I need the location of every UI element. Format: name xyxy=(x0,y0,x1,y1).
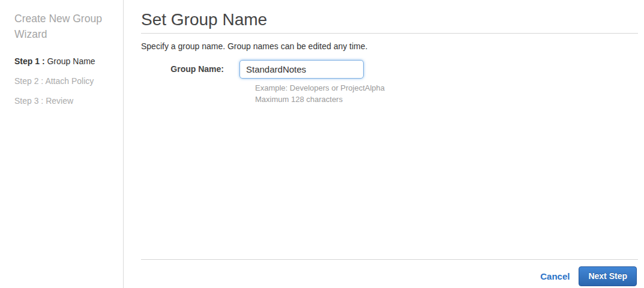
heading-divider xyxy=(141,33,638,34)
hint-example: Example: Developers or ProjectAlpha xyxy=(255,82,638,94)
step-1-group-name: Step 1 : Group Name xyxy=(14,56,111,66)
group-name-form-row: Group Name: xyxy=(141,60,638,79)
group-name-label: Group Name: xyxy=(141,60,239,79)
step-3-review: Step 3 : Review xyxy=(14,96,111,106)
wizard-title: Create New Group Wizard xyxy=(14,11,111,42)
step-1-prefix: Step 1 : xyxy=(14,56,45,66)
next-step-button[interactable]: Next Step xyxy=(579,266,637,286)
wizard-main-panel: Set Group Name Specify a group name. Gro… xyxy=(141,0,638,288)
step-2-attach-policy: Step 2 : Attach Policy xyxy=(14,76,111,86)
page-description: Specify a group name. Group names can be… xyxy=(141,41,638,52)
wizard-sidebar: Create New Group Wizard Step 1 : Group N… xyxy=(0,0,124,288)
footer-divider xyxy=(141,259,638,260)
step-2-label: Attach Policy xyxy=(43,76,94,86)
step-3-prefix: Step 3 : xyxy=(14,96,43,106)
group-name-input[interactable] xyxy=(239,60,364,79)
step-3-label: Review xyxy=(43,96,73,106)
step-2-prefix: Step 2 : xyxy=(14,76,43,86)
create-group-wizard-screen: Create New Group Wizard Step 1 : Group N… xyxy=(0,0,644,288)
cancel-button[interactable]: Cancel xyxy=(540,271,570,281)
page-title: Set Group Name xyxy=(141,10,638,30)
hint-max-characters: Maximum 128 characters xyxy=(255,94,638,105)
step-1-label: Group Name xyxy=(45,56,95,66)
wizard-footer: Cancel Next Step xyxy=(540,266,637,286)
input-hints: Example: Developers or ProjectAlpha Maxi… xyxy=(255,82,638,105)
